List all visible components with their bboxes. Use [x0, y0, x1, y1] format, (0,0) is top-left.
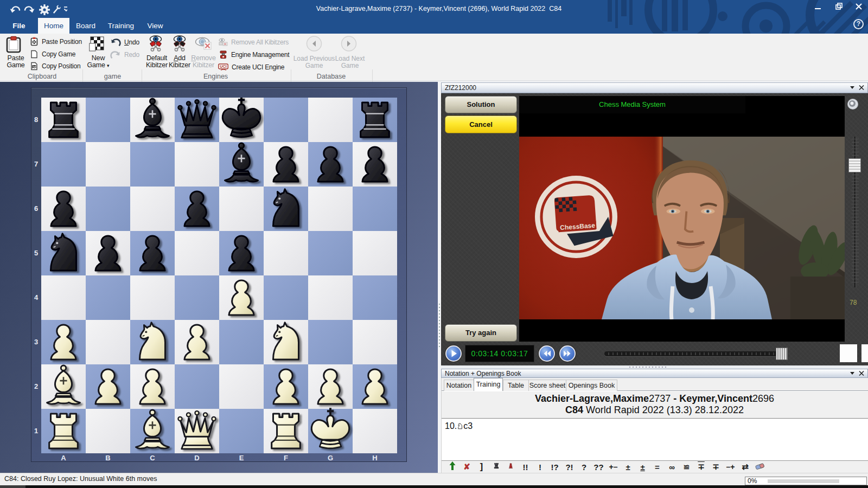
svg-text:UCI: UCI	[220, 64, 226, 69]
